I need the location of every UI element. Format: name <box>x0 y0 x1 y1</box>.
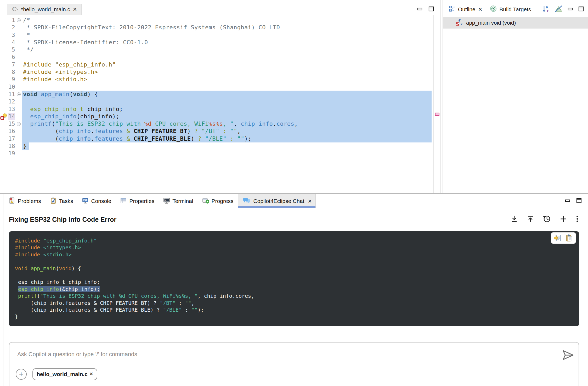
chat-code-line: #include "esp_chip_info.h" <box>15 237 574 244</box>
more-icon[interactable] <box>575 215 579 224</box>
code-line-text[interactable]: esp_chip_info_t chip_info; <box>22 106 440 113</box>
insert-code-icon[interactable] <box>553 234 562 242</box>
tab-properties[interactable]: Properties <box>116 194 159 208</box>
chat-code-line <box>15 272 574 279</box>
fold-marker[interactable] <box>15 120 22 128</box>
tab-console[interactable]: Console <box>77 194 116 208</box>
chat-input[interactable]: Ask Copilot a question or type '/' for c… <box>9 342 579 386</box>
line-number: 7 <box>8 61 15 68</box>
code-line-text[interactable]: * SPDX-License-Identifier: CC0-1.0 <box>22 39 440 46</box>
code-line: 15 printf("This is ESP32 chip with %d CP… <box>0 120 440 128</box>
code-line-text[interactable]: * <box>22 31 440 39</box>
maximize-icon[interactable] <box>576 197 582 205</box>
maximize-icon[interactable] <box>428 6 434 13</box>
code-line-text[interactable]: */ <box>22 46 440 53</box>
history-icon[interactable] <box>542 215 551 224</box>
code-line: 6 <box>0 53 440 61</box>
sort-az-icon[interactable]: az <box>542 5 550 14</box>
code-line-text[interactable]: /* <box>22 16 440 24</box>
code-line: 17 (chip_info.features & CHIP_FEATURE_BL… <box>0 135 440 142</box>
attachment-chip[interactable]: hello_world_main.c ✕ <box>32 368 97 380</box>
code-line: 3 * <box>0 31 440 39</box>
code-line-text[interactable]: esp_chip_info(chip_info); <box>22 113 440 120</box>
tab-properties-label: Properties <box>129 198 154 204</box>
gutter-icons <box>0 98 8 105</box>
tab-terminal[interactable]: >_ Terminal <box>159 194 197 208</box>
code-line-text[interactable]: (chip_info.features & CHIP_FEATURE_BLE) … <box>22 135 440 142</box>
line-number: 4 <box>8 39 15 46</box>
code-line-text[interactable] <box>22 53 440 61</box>
fold-column <box>15 76 22 83</box>
minimize-icon[interactable] <box>417 6 423 13</box>
chat-code-line: (chip_info.features & CHIP_FEATURE_BLE) … <box>15 306 574 313</box>
tab-tasks[interactable]: Tasks <box>46 194 78 208</box>
maximize-icon[interactable] <box>578 6 584 13</box>
editor-tab-hello-world-main[interactable]: C *hello_world_main.c ✕ <box>7 4 82 15</box>
tab-problems-label: Problems <box>18 198 41 204</box>
code-line-text[interactable]: void app_main(void) { <box>22 91 440 98</box>
fold-column <box>15 106 22 113</box>
filter-icon[interactable] <box>555 5 562 14</box>
line-number: 13 <box>8 106 15 113</box>
gutter-icons <box>0 83 8 91</box>
line-number: 9 <box>8 76 15 83</box>
close-icon[interactable]: ✕ <box>308 199 312 204</box>
close-icon[interactable]: ✕ <box>478 7 483 12</box>
outline-item-app-main[interactable]: fx app_main void (void) <box>443 17 588 29</box>
code-line: 2 * SPDX-FileCopyrightText: 2010-2022 Es… <box>0 24 440 31</box>
tab-problems[interactable]: Problems <box>4 194 46 208</box>
line-number: 5 <box>8 46 15 53</box>
code-line-text[interactable]: * SPDX-FileCopyrightText: 2010-2022 Espr… <box>22 24 440 31</box>
code-line-text[interactable]: #include "esp_chip_info.h" <box>22 61 440 68</box>
gutter-icons <box>0 106 8 113</box>
code-line-text[interactable] <box>22 150 440 157</box>
code-line-text[interactable]: #include <stdio.h> <box>22 76 440 83</box>
tab-progress-label: Progress <box>212 198 234 204</box>
tab-progress[interactable]: Progress <box>198 194 238 208</box>
tab-terminal-label: Terminal <box>172 198 193 204</box>
code-editor[interactable]: 1/*2 * SPDX-FileCopyrightText: 2010-2022… <box>0 15 440 193</box>
code-line-text[interactable]: (chip_info.features & CHIP_FEATURE_BT) ?… <box>22 128 440 135</box>
bottom-panel: Problems Tasks Console Properties >_ Ter… <box>0 193 588 386</box>
gutter-icons <box>0 135 8 142</box>
editor-pane: C *hello_world_main.c ✕ 1/*2 * SPDX-File… <box>0 0 440 193</box>
code-line-text[interactable] <box>22 83 440 91</box>
fold-marker[interactable] <box>15 91 22 98</box>
download-icon[interactable] <box>510 215 518 224</box>
code-line: 13 esp_chip_info_t chip_info; <box>0 106 440 113</box>
code-line-text[interactable]: } <box>22 142 440 150</box>
gutter-icons <box>0 39 8 46</box>
gutter-icons <box>0 150 8 157</box>
fold-marker[interactable] <box>15 16 22 24</box>
fold-column <box>15 128 22 135</box>
add-attachment-icon[interactable]: + <box>16 369 27 380</box>
gutter-icons <box>0 142 8 150</box>
chat-code-block: #include "esp_chip_info.h"#include <intt… <box>9 231 579 326</box>
code-line-text[interactable]: #include <inttypes.h> <box>22 68 440 76</box>
upload-icon[interactable] <box>526 215 535 224</box>
line-number: 8 <box>8 68 15 76</box>
minimize-icon[interactable] <box>564 197 571 205</box>
console-icon <box>82 197 89 205</box>
copy-code-icon[interactable] <box>564 234 574 242</box>
chat-session-title: Fixing ESP32 Chip Info Code Error <box>9 216 116 223</box>
code-line: 9#include <stdio.h> <box>0 76 440 83</box>
tab-console-label: Console <box>91 198 111 204</box>
code-line-text[interactable] <box>22 98 440 105</box>
line-number: 17 <box>8 135 15 142</box>
fold-column <box>15 46 22 53</box>
error-marker-overview[interactable] <box>435 113 439 116</box>
code-line-text[interactable]: printf("This is ESP32 chip with %d CPU c… <box>22 120 440 128</box>
tab-build-targets[interactable]: Build Targets <box>486 4 535 15</box>
code-block-actions <box>551 232 576 244</box>
new-chat-icon[interactable] <box>559 215 568 224</box>
code-line: 18} <box>0 142 440 150</box>
close-icon[interactable]: ✕ <box>89 372 93 376</box>
minimize-icon[interactable] <box>567 6 573 13</box>
send-icon[interactable] <box>561 348 575 362</box>
bottom-tab-bar: Problems Tasks Console Properties >_ Ter… <box>0 194 588 208</box>
quick-fix-bulb-error-icon[interactable] <box>0 113 8 120</box>
tab-outline[interactable]: Outline ✕ <box>445 4 486 15</box>
tab-copilot-chat[interactable]: Copilot4Eclipse Chat ✕ <box>238 194 316 208</box>
close-icon[interactable]: ✕ <box>73 7 77 12</box>
